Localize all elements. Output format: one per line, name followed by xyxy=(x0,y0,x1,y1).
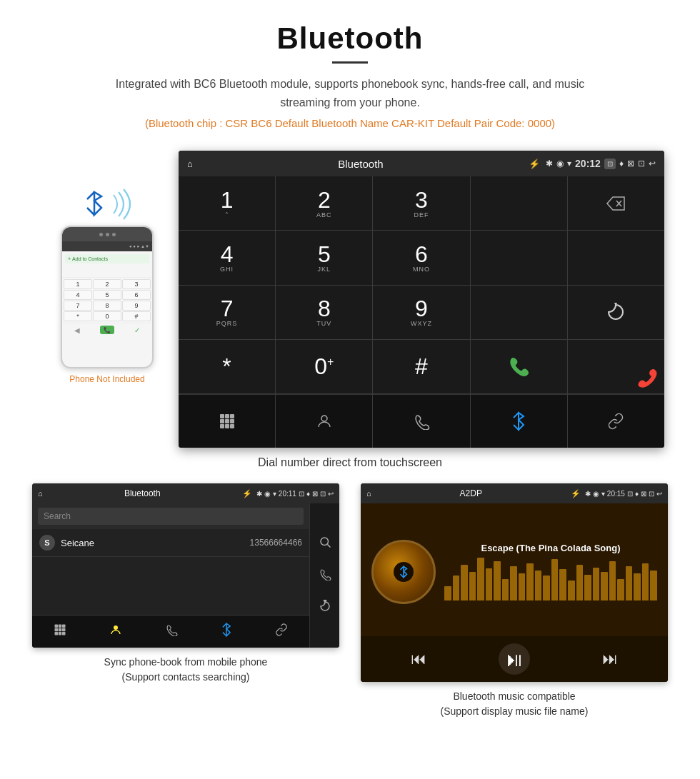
svg-rect-19 xyxy=(55,632,59,635)
pb-close-icon: ⊠ xyxy=(312,490,318,498)
pb-usb-icon: ⚡ xyxy=(242,489,252,498)
nav-bluetooth-icon[interactable] xyxy=(471,394,567,448)
visualizer-bar xyxy=(469,572,476,600)
svg-rect-10 xyxy=(225,424,229,428)
music-next-button[interactable]: ⏭ xyxy=(602,650,618,668)
music-screenshot-item: ⌂ A2DP ⚡ ✱ ◉ ▾ 20:15 ⊡ ♦ ⊠ ⊡ ↩ xyxy=(357,483,671,719)
dial-key-empty-4 xyxy=(471,286,567,339)
visualizer-bar xyxy=(444,586,451,600)
svg-point-23 xyxy=(321,538,329,546)
music-close-icon: ⊠ xyxy=(641,490,646,498)
dial-key-1[interactable]: 1 ⌃ xyxy=(179,176,275,230)
dial-call-red-button[interactable] xyxy=(568,340,664,393)
dial-key-3[interactable]: 3 DEF xyxy=(373,176,469,230)
dial-key-0[interactable]: 0+ xyxy=(276,340,372,393)
phone-key-star[interactable]: * xyxy=(64,311,92,321)
phone-key-3[interactable]: 3 xyxy=(122,279,151,289)
pb-nav-phone-icon[interactable] xyxy=(165,623,178,640)
visualizer-bar xyxy=(551,559,559,600)
dial-key-6[interactable]: 6 MNO xyxy=(373,231,469,284)
main-caption: Dial number direct from touchscreen xyxy=(0,456,700,469)
svg-marker-25 xyxy=(324,600,326,602)
bt-status-icon: ✱ xyxy=(546,159,553,169)
pb-nav-dialpad-icon[interactable] xyxy=(54,623,66,640)
phonebook-entry[interactable]: S Seicane 13566664466 xyxy=(32,529,309,557)
entry-phone: 13566664466 xyxy=(250,538,302,548)
dial-key-7[interactable]: 7 PQRS xyxy=(179,286,275,339)
phone-key-6[interactable]: 6 xyxy=(122,290,151,300)
title-underline xyxy=(332,61,368,64)
visualizer-bar xyxy=(609,561,616,600)
music-controls: ⏮ ⏯ ⏭ xyxy=(361,636,668,682)
svg-rect-20 xyxy=(59,632,62,635)
dial-key-9[interactable]: 9 WXYZ xyxy=(373,286,469,339)
sidebar-refresh-icon[interactable] xyxy=(319,600,331,616)
pb-nav-link-icon[interactable] xyxy=(275,623,288,640)
pb-nav-contacts-icon[interactable] xyxy=(109,623,122,640)
visualizer-bar xyxy=(626,566,633,600)
phone-add-contact: +Add to Contacts xyxy=(65,254,149,263)
phone-key-1[interactable]: 1 xyxy=(64,279,92,289)
dial-redial-button[interactable] xyxy=(568,286,664,339)
phone-key-8[interactable]: 8 xyxy=(93,301,121,311)
phonebook-android-screen: ⌂ Bluetooth ⚡ ✱ ◉ ▾ 20:11 ⊡ ♦ ⊠ ⊡ ↩ xyxy=(32,483,339,648)
visualizer-bar xyxy=(634,573,641,600)
music-title: A2DP xyxy=(376,488,566,498)
phone-key-7[interactable]: 7 xyxy=(64,301,92,311)
music-play-button[interactable]: ⏯ xyxy=(499,643,530,675)
sidebar-search-icon[interactable] xyxy=(319,536,331,552)
pb-home-icon: ⌂ xyxy=(38,489,43,498)
music-album-area: Escape (The Pina Colada Song) xyxy=(361,503,668,636)
nav-dialpad-icon[interactable] xyxy=(179,394,275,448)
phonebook-entries: S Seicane 13566664466 xyxy=(32,529,309,615)
svg-rect-17 xyxy=(59,628,62,632)
location-status-icon: ◉ xyxy=(556,159,564,169)
phonebook-search-area: Search xyxy=(32,503,309,529)
phone-key-5[interactable]: 5 xyxy=(93,290,121,300)
dial-key-2[interactable]: 2 ABC xyxy=(276,176,372,230)
phonebook-search-input[interactable]: Search xyxy=(38,508,304,525)
phone-not-included: Phone Not Included xyxy=(69,374,144,384)
visualizer-bar xyxy=(461,565,468,600)
dial-key-hash[interactable]: # xyxy=(373,340,469,393)
phone-bottom-bar: ◀ 📞 ✓ xyxy=(62,323,152,336)
svg-rect-18 xyxy=(62,628,66,632)
status-title: Bluetooth xyxy=(199,158,523,170)
music-song-title: Escape (The Pina Colada Song) xyxy=(444,543,657,553)
dial-key-8[interactable]: 8 TUV xyxy=(276,286,372,339)
entry-name: Seicane xyxy=(61,538,244,548)
phonebook-screenshot-item: ⌂ Bluetooth ⚡ ✱ ◉ ▾ 20:11 ⊡ ♦ ⊠ ⊡ ↩ xyxy=(29,483,343,719)
dial-backspace[interactable] xyxy=(568,176,664,230)
nav-contacts-icon[interactable] xyxy=(276,394,372,448)
music-usb-icon: ⚡ xyxy=(571,489,581,498)
nav-phone-icon[interactable] xyxy=(373,394,469,448)
dial-key-5[interactable]: 5 JKL xyxy=(276,231,372,284)
page-title: Bluetooth xyxy=(14,21,686,56)
nav-link-icon[interactable] xyxy=(568,394,664,448)
pb-nav-bt-icon[interactable] xyxy=(221,622,232,641)
back-status-icon: ↩ xyxy=(649,159,656,169)
dial-key-star[interactable]: * xyxy=(179,340,275,393)
status-time: 20:12 xyxy=(575,158,601,169)
sidebar-call-icon[interactable] xyxy=(319,568,331,584)
phone-key-9[interactable]: 9 xyxy=(122,301,151,311)
music-cam-icon: ⊡ xyxy=(627,490,633,498)
dial-call-green-button[interactable] xyxy=(471,340,567,393)
volume-status-icon: ♦ xyxy=(619,159,624,169)
visualizer-bar xyxy=(568,581,575,600)
phone-call-button[interactable]: 📞 xyxy=(100,326,114,334)
svg-rect-15 xyxy=(62,625,66,628)
music-prev-button[interactable]: ⏮ xyxy=(411,650,426,668)
main-screenshot-area: ● ● ● ▲▼ +Add to Contacts 1 2 3 4 5 6 7 … xyxy=(0,151,700,448)
phone-key-hash[interactable]: # xyxy=(122,311,151,321)
pb-win-icon: ⊡ xyxy=(320,490,326,498)
visualizer-bar xyxy=(486,568,493,600)
main-status-bar: ⌂ Bluetooth ⚡ ✱ ◉ ▾ 20:12 ⊡ ♦ ⊠ ⊡ ↩ xyxy=(179,151,664,176)
phone-key-4[interactable]: 4 xyxy=(64,290,92,300)
bluetooth-specs: (Bluetooth chip : CSR BC6 Default Blueto… xyxy=(14,117,686,129)
visualizer-bar xyxy=(584,575,591,600)
phone-key-2[interactable]: 2 xyxy=(93,279,121,289)
album-art-inner xyxy=(394,562,414,582)
phone-key-0[interactable]: 0 xyxy=(93,311,121,321)
dial-key-4[interactable]: 4 GHI xyxy=(179,231,275,284)
